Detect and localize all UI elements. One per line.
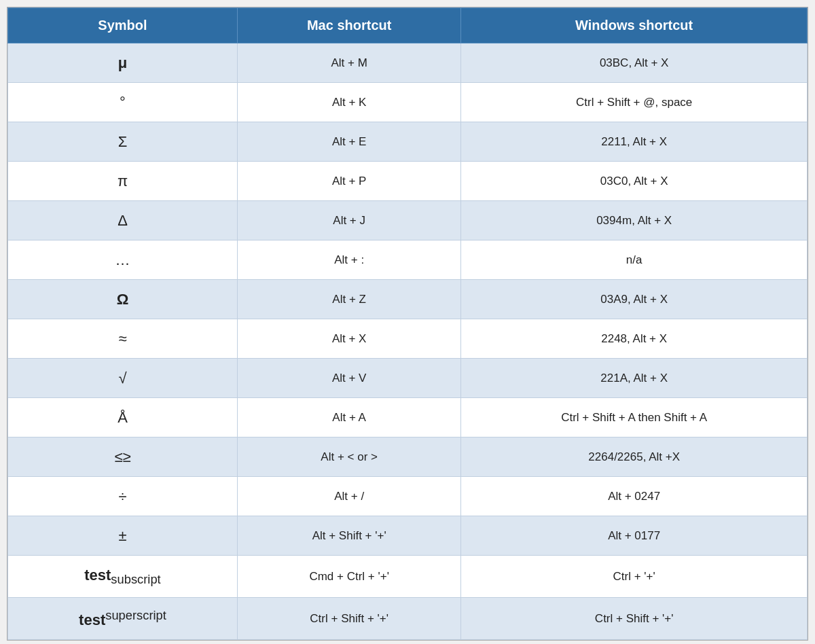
cell-mac-shortcut: Alt + A (237, 398, 460, 437)
cell-mac-shortcut: Ctrl + Shift + '+' (237, 597, 460, 639)
cell-windows-shortcut: 03C0, Alt + X (461, 162, 808, 201)
table-row: …Alt + :n/a (8, 240, 808, 280)
cell-symbol: ± (8, 516, 238, 556)
cell-mac-shortcut: Alt + P (237, 162, 460, 201)
cell-windows-shortcut: 2211, Alt + X (461, 122, 808, 162)
column-header-mac: Mac shortcut (237, 8, 460, 43)
cell-mac-shortcut: Alt + E (237, 122, 460, 162)
cell-windows-shortcut: Ctrl + '+' (461, 556, 808, 598)
cell-mac-shortcut: Alt + Shift + '+' (237, 516, 460, 556)
cell-symbol: μ (8, 43, 238, 83)
table-row: ΔAlt + J0394m, Alt + X (8, 201, 808, 240)
cell-windows-shortcut: Alt + 0177 (461, 516, 808, 556)
cell-mac-shortcut: Alt + K (237, 83, 460, 122)
table-row: ≤≥Alt + < or >2264/2265, Alt +X (8, 437, 808, 477)
cell-symbol: ≈ (8, 319, 238, 359)
table-row: testsubscriptCmd + Ctrl + '+'Ctrl + '+' (8, 556, 808, 598)
table-row: °Alt + KCtrl + Shift + @, space (8, 83, 808, 122)
cell-windows-shortcut: 0394m, Alt + X (461, 201, 808, 240)
cell-windows-shortcut: n/a (461, 240, 808, 280)
cell-symbol: testsuperscript (8, 597, 238, 639)
cell-windows-shortcut: Ctrl + Shift + @, space (461, 83, 808, 122)
table-row: √Alt + V221A, Alt + X (8, 359, 808, 398)
column-header-windows: Windows shortcut (461, 8, 808, 43)
cell-symbol: testsubscript (8, 556, 238, 598)
cell-windows-shortcut: 2248, Alt + X (461, 319, 808, 359)
table-row: ±Alt + Shift + '+'Alt + 0177 (8, 516, 808, 556)
table-row: ≈Alt + X2248, Alt + X (8, 319, 808, 359)
cell-symbol: ≤≥ (8, 437, 238, 477)
cell-windows-shortcut: 03A9, Alt + X (461, 280, 808, 319)
cell-windows-shortcut: Ctrl + Shift + A then Shift + A (461, 398, 808, 437)
cell-windows-shortcut: 03BC, Alt + X (461, 43, 808, 83)
cell-mac-shortcut: Alt + J (237, 201, 460, 240)
cell-symbol: π (8, 162, 238, 201)
table-row: ΣAlt + E2211, Alt + X (8, 122, 808, 162)
cell-mac-shortcut: Alt + : (237, 240, 460, 280)
table-header-row: Symbol Mac shortcut Windows shortcut (8, 8, 808, 43)
table-row: ÅAlt + ACtrl + Shift + A then Shift + A (8, 398, 808, 437)
cell-mac-shortcut: Alt + Z (237, 280, 460, 319)
cell-symbol: … (8, 240, 238, 280)
cell-mac-shortcut: Cmd + Ctrl + '+' (237, 556, 460, 598)
cell-symbol: Å (8, 398, 238, 437)
cell-windows-shortcut: 2264/2265, Alt +X (461, 437, 808, 477)
cell-windows-shortcut: Ctrl + Shift + '+' (461, 597, 808, 639)
cell-symbol: Ω (8, 280, 238, 319)
table-row: testsuperscriptCtrl + Shift + '+'Ctrl + … (8, 597, 808, 639)
column-header-symbol: Symbol (8, 8, 238, 43)
table-row: μAlt + M03BC, Alt + X (8, 43, 808, 83)
cell-mac-shortcut: Alt + X (237, 319, 460, 359)
cell-mac-shortcut: Alt + V (237, 359, 460, 398)
cell-mac-shortcut: Alt + < or > (237, 437, 460, 477)
cell-windows-shortcut: 221A, Alt + X (461, 359, 808, 398)
cell-symbol: √ (8, 359, 238, 398)
cell-symbol: Σ (8, 122, 238, 162)
table-row: πAlt + P03C0, Alt + X (8, 162, 808, 201)
cell-symbol: ° (8, 83, 238, 122)
cell-symbol: Δ (8, 201, 238, 240)
cell-mac-shortcut: Alt + M (237, 43, 460, 83)
shortcut-table: Symbol Mac shortcut Windows shortcut μAl… (7, 7, 808, 640)
cell-symbol: ÷ (8, 477, 238, 516)
table-row: ÷Alt + /Alt + 0247 (8, 477, 808, 516)
cell-windows-shortcut: Alt + 0247 (461, 477, 808, 516)
shortcut-table-container: Symbol Mac shortcut Windows shortcut μAl… (7, 7, 808, 641)
cell-mac-shortcut: Alt + / (237, 477, 460, 516)
table-row: ΩAlt + Z03A9, Alt + X (8, 280, 808, 319)
